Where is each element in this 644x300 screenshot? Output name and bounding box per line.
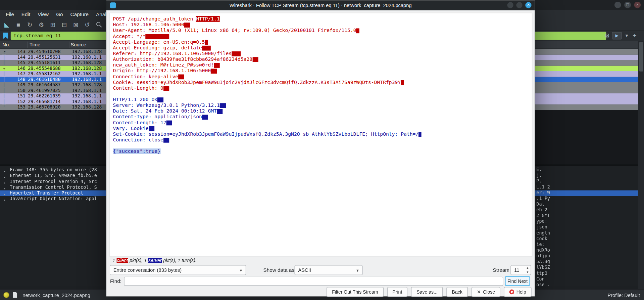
filter-clear-icon[interactable]: ⊠ xyxy=(604,32,610,39)
column-source[interactable]: Source xyxy=(71,42,87,48)
find-next-button[interactable]: Find Next xyxy=(505,276,530,286)
stream-line: POST /api/change_auth_token HTTP/1.1 xyxy=(113,16,532,22)
stream-line: new_auth_token: M@rtinez_P@ssw0rd! xyxy=(113,62,532,68)
close-capture-icon[interactable]: ⊠ xyxy=(71,20,81,29)
stream-line: Content-Length: 17 xyxy=(113,120,532,125)
back-button[interactable]: Back xyxy=(447,287,468,297)
help-button[interactable]: Help xyxy=(504,287,532,297)
conversation-bracket-icon: └ xyxy=(1,104,7,110)
dialog-close-icon[interactable]: × xyxy=(525,2,531,8)
scrollbar[interactable] xyxy=(638,41,644,289)
show-data-as-select[interactable]: ASCII ▼ xyxy=(295,265,363,275)
stream-line: HTTP/1.1 200 OK xyxy=(113,97,532,102)
reload-capture-icon[interactable]: ↺ xyxy=(82,20,93,29)
stream-line: Accept: */* xyxy=(113,33,532,39)
menu-capture[interactable]: Capture xyxy=(67,11,92,18)
bytes-ascii-line: ype: xyxy=(536,219,637,224)
menu-go[interactable]: Go xyxy=(52,11,66,18)
filter-bookmark-icon[interactable] xyxy=(3,33,8,39)
column-divider xyxy=(69,42,69,48)
bytes-ascii-line: Cook xyxy=(536,236,637,242)
capture-stop-icon[interactable]: ■ xyxy=(13,20,23,29)
stream-line: Set-Cookie: session=eyJhdXRob3JpemF0aW9u… xyxy=(113,131,532,137)
packet-no: 145 xyxy=(7,60,26,66)
find-packet-icon[interactable] xyxy=(94,20,104,29)
packet-no: 150 xyxy=(7,88,26,93)
save-capture-icon[interactable]: ⊟ xyxy=(59,20,69,29)
stream-content[interactable]: POST /api/change_auth_token HTTP/1.1Host… xyxy=(110,13,532,257)
bytes-ascii-line: ength xyxy=(536,230,637,236)
stream-line: Referer: http://192.168.1.106:5000/files xyxy=(113,51,532,56)
chevron-down-icon: ▼ xyxy=(356,266,359,275)
capture-start-icon[interactable]: ◣ xyxy=(2,20,12,29)
dialog-titlebar[interactable]: Wireshark · Follow TCP Stream (tcp.strea… xyxy=(106,0,535,10)
bytes-ascii-line: j. xyxy=(536,173,637,178)
expand-arrow-icon[interactable]: ▶ xyxy=(4,197,5,203)
chevron-down-icon: ▼ xyxy=(239,266,243,275)
column-time[interactable]: Time xyxy=(30,42,40,48)
help-lifebuoy-icon xyxy=(509,290,514,295)
print-button[interactable]: Print xyxy=(387,287,407,297)
dialog-maximize-button[interactable] xyxy=(516,2,522,8)
conversation-bracket-icon: │ xyxy=(1,99,7,104)
packet-source: 192.168.128 xyxy=(72,104,102,110)
save-as-button[interactable]: Save as... xyxy=(411,287,443,297)
menu-view[interactable]: View xyxy=(34,11,52,18)
conversation-bracket-icon: │ xyxy=(1,60,7,66)
window-close-button[interactable]: × xyxy=(634,2,641,8)
screen: –□× FileEditViewGoCaptureAnalyze ◣■↻⚙⊞⊟⊠… xyxy=(0,0,644,300)
filter-apply-icon[interactable]: ▶ xyxy=(612,32,622,39)
close-button[interactable]: ✕ Close xyxy=(472,287,500,297)
packet-time: 29.461997025 xyxy=(28,88,60,93)
filter-dropdown-icon[interactable]: ▾ xyxy=(624,32,630,39)
conversation-select[interactable]: Entire conversation (833 bytes) ▼ xyxy=(110,265,246,275)
packet-time: 29.462261039 xyxy=(28,93,60,99)
packet-bytes-pane: E.j.P.L.1 2er: W.1 PyDateb 22 GMType:jso… xyxy=(536,167,637,288)
stream-line: {"success":true} xyxy=(113,148,532,154)
bytes-ascii-line: Con xyxy=(536,276,637,282)
bytes-ascii-line: Dat xyxy=(536,202,637,207)
profile-label[interactable]: Profile: Default xyxy=(607,292,640,298)
stream-line: Content-Length: 0 xyxy=(113,85,532,91)
capture-options-icon[interactable]: ⚙ xyxy=(36,20,47,29)
filter-add-button[interactable]: + xyxy=(632,32,637,39)
open-capture-icon[interactable]: ⊞ xyxy=(48,20,58,29)
related-packet-arrow-icon: → xyxy=(1,66,7,71)
stream-line: Origin: http://192.168.1.106:5000 xyxy=(113,68,532,74)
packet-time: 29.455125631 xyxy=(28,54,60,60)
find-input[interactable] xyxy=(124,277,503,286)
show-data-as-label: Show data as xyxy=(263,267,294,273)
packet-time: 29.465681714 xyxy=(28,99,60,104)
capture-restart-icon[interactable]: ↻ xyxy=(24,20,35,29)
window-minimize-button[interactable]: – xyxy=(614,2,621,8)
packet-time: 29.455812162 xyxy=(28,71,60,77)
expert-info-icon[interactable] xyxy=(3,292,9,298)
stream-number-value: 11 xyxy=(514,267,519,273)
packet-no: 147 xyxy=(7,71,26,77)
packet-source: 192.168.1.1 xyxy=(72,93,102,99)
bytes-ascii-line: ndXRo xyxy=(536,248,637,253)
dialog-minimize-button[interactable] xyxy=(507,2,513,8)
follow-stream-dialog: Wireshark · Follow TCP Stream (tcp.strea… xyxy=(106,0,535,297)
display-filter-text: tcp.stream eq 11 xyxy=(13,33,61,39)
bytes-ascii-line: eb 2 xyxy=(536,207,637,213)
spinner-arrows-icon[interactable]: ▲▼ xyxy=(526,266,529,274)
bytes-ascii-line: ttpO xyxy=(536,270,637,276)
conversation-bracket-icon: │ xyxy=(1,54,7,60)
find-label: Find: xyxy=(110,278,121,284)
packet-source: 192.168.1.1 xyxy=(72,71,102,77)
menu-edit[interactable]: Edit xyxy=(18,11,34,18)
capture-file-icon xyxy=(13,292,17,298)
packet-source: 192.168.1.1 xyxy=(72,88,102,93)
packet-time: 29.461616480 xyxy=(28,77,60,82)
stream-number-spinner[interactable]: 11 ▲▼ xyxy=(510,265,531,275)
conversation-bracket-icon: │ xyxy=(1,93,7,99)
bytes-ascii-line: json xyxy=(536,224,637,230)
scrollbar-thumb[interactable] xyxy=(639,42,643,72)
packet-time: 29.455181611 xyxy=(28,60,60,66)
packet-source: 192.168.1.1 xyxy=(72,54,102,60)
filter-out-stream-button[interactable]: Filter Out This Stream xyxy=(327,287,383,297)
menu-file[interactable]: File xyxy=(2,11,18,18)
window-maximize-button[interactable]: □ xyxy=(624,2,631,8)
column-no[interactable]: No. xyxy=(2,42,10,48)
